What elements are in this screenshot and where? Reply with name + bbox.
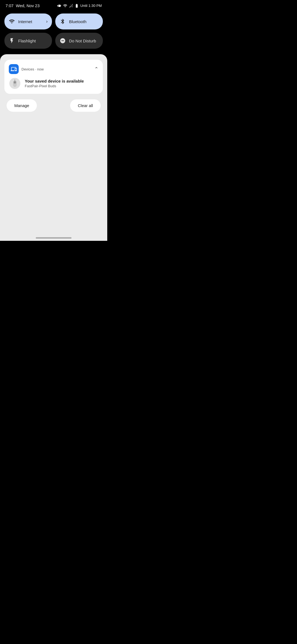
internet-label: Internet	[18, 19, 32, 24]
bottom-buttons: Manage Clear all	[4, 98, 103, 113]
notif-subtitle: FastPair-Pixel Buds	[25, 84, 84, 88]
bluetooth-tile-icon	[60, 18, 66, 24]
flashlight-tile[interactable]: Flashlight	[4, 33, 52, 49]
notif-header-left: Devices · now	[9, 64, 44, 74]
manage-button[interactable]: Manage	[7, 99, 37, 112]
status-time: 7:07 Wed, Nov 23	[6, 3, 40, 8]
notification-card: Devices · now ⌃ Your saved device is	[4, 60, 103, 94]
status-bar: 7:07 Wed, Nov 23 Until 1:30 PM	[0, 0, 107, 10]
notif-content: Your saved device is available FastPair-…	[9, 77, 98, 89]
notif-collapse-button[interactable]: ⌃	[94, 66, 98, 72]
notif-header: Devices · now ⌃	[9, 64, 98, 74]
quick-settings: Internet › Bluetooth Flashlight Do Not D…	[0, 10, 107, 54]
devices-app-icon	[9, 64, 19, 74]
home-bar	[36, 237, 72, 239]
internet-tile[interactable]: Internet ›	[4, 13, 52, 29]
flashlight-tile-icon	[9, 38, 15, 44]
notif-text: Your saved device is available FastPair-…	[25, 79, 84, 88]
wifi-icon	[63, 4, 67, 8]
notif-app-name: Devices · now	[21, 67, 44, 71]
battery-text: Until 1:30 PM	[80, 4, 102, 8]
notification-panel: Devices · now ⌃ Your saved device is	[0, 54, 107, 233]
battery-icon	[75, 4, 79, 8]
dnd-label: Do Not Disturb	[69, 39, 96, 43]
bluetooth-tile[interactable]: Bluetooth	[55, 13, 103, 29]
clear-all-button[interactable]: Clear all	[70, 99, 101, 112]
notif-title: Your saved device is available	[25, 79, 84, 83]
home-indicator	[0, 233, 107, 241]
pixel-buds-icon	[9, 77, 21, 89]
vibrate-icon	[57, 4, 62, 8]
wifi-tile-icon	[9, 18, 15, 24]
dnd-tile[interactable]: Do Not Disturb	[55, 33, 103, 49]
dnd-tile-icon	[60, 38, 66, 44]
internet-chevron: ›	[46, 19, 48, 24]
signal-icon	[69, 4, 73, 8]
bluetooth-label: Bluetooth	[69, 19, 86, 24]
svg-point-3	[14, 81, 16, 83]
empty-space	[4, 117, 103, 227]
status-icons: Until 1:30 PM	[57, 4, 102, 8]
flashlight-label: Flashlight	[18, 39, 36, 43]
